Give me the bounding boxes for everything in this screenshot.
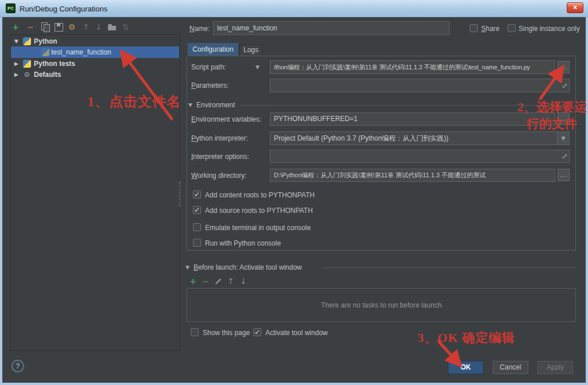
run-with-python-console-checkbox[interactable] <box>193 239 201 247</box>
tab-configuration[interactable]: Configuration <box>188 43 238 56</box>
name-label: Name: <box>189 25 210 33</box>
python-file-icon <box>41 48 49 56</box>
add-content-roots-checkbox[interactable]: ✓ <box>193 190 201 199</box>
script-path-caret-icon[interactable]: ▼ <box>256 64 260 70</box>
tree-collapsed-icon[interactable]: ▶ <box>14 61 18 67</box>
add-content-roots-label[interactable]: Add content roots to PYTHONPATH <box>205 191 315 199</box>
edit-task-icon[interactable] <box>213 276 223 286</box>
window-border-right <box>586 17 588 385</box>
edit-defaults-icon[interactable]: ⚙ <box>67 22 77 32</box>
share-checkbox[interactable] <box>470 24 478 32</box>
script-path-label: Script path: <box>191 63 226 71</box>
check-icon: ✓ <box>254 328 260 336</box>
window-border-bottom <box>0 383 588 385</box>
sort-configurations-icon[interactable]: ⇅ <box>121 22 131 32</box>
activate-tool-window-checkbox[interactable]: ✓ <box>253 328 261 336</box>
tree-item-label[interactable]: Python tests <box>34 60 75 68</box>
tree-item-label[interactable]: test_name_function <box>51 48 111 56</box>
tree-expanded-icon[interactable]: ▼ <box>14 38 18 44</box>
tree-item-label[interactable]: Defaults <box>34 71 61 79</box>
remove-configuration-icon[interactable]: − <box>25 22 36 32</box>
splitter-grip[interactable] <box>179 181 181 207</box>
parameters-input[interactable] <box>270 79 570 92</box>
before-launch-header-line <box>323 267 576 268</box>
check-icon: ✓ <box>194 190 200 199</box>
interpreter-options-input[interactable] <box>270 150 570 163</box>
new-folder-icon[interactable] <box>107 22 117 32</box>
apply-button[interactable]: Apply <box>537 361 573 374</box>
annotation-step3: 3、OK 确定编辑 <box>417 329 515 347</box>
add-source-roots-label[interactable]: Add source roots to PYTHONPATH <box>205 207 313 215</box>
before-launch-task-list: There are no tasks to run before launch <box>187 288 576 322</box>
activate-tool-window-label[interactable]: Activate tool window <box>265 329 328 337</box>
python-interpreter-label: Python interpreter: <box>191 134 248 142</box>
python-interpreter-select[interactable]: Project Default (Python 3.7 (Python编程：从入… <box>270 131 570 145</box>
expand-field-icon[interactable] <box>562 153 568 160</box>
configurations-tree-panel <box>10 34 180 351</box>
task-move-down-icon[interactable]: ↓ <box>238 276 249 286</box>
single-instance-label[interactable]: Single instance only <box>519 25 580 33</box>
check-icon: ✓ <box>194 206 200 214</box>
move-up-icon[interactable]: ↑ <box>81 22 91 32</box>
script-path-input[interactable]: /thon编程：从入门到实践\案例\第11章 测试代码\11.1.3 不能通过的… <box>270 60 555 74</box>
close-icon: × <box>573 3 577 11</box>
window-border-left <box>0 17 2 385</box>
tab-logs[interactable]: Logs <box>239 44 262 56</box>
show-this-page-checkbox[interactable] <box>191 328 199 336</box>
close-window-button[interactable]: × <box>567 2 583 13</box>
before-launch-header[interactable]: Before launch: Activate tool window <box>194 263 302 271</box>
python-interpreter-dropdown-button[interactable]: ▼ <box>557 132 569 145</box>
help-icon: ? <box>16 361 20 370</box>
environment-section-caret-icon[interactable]: ▼ <box>188 102 192 108</box>
python-icon <box>23 37 31 45</box>
tree-item-defaults[interactable]: ▶ ⚙ Defaults <box>10 69 179 80</box>
environment-section-header[interactable]: Environment <box>196 101 235 109</box>
name-input[interactable]: test_name_function <box>213 21 450 35</box>
working-directory-browse-button[interactable]: ... <box>558 169 570 181</box>
tree-item-python[interactable]: ▼ Python <box>10 36 179 47</box>
script-path-browse-button[interactable]: ... <box>558 61 570 73</box>
help-button[interactable]: ? <box>11 360 24 372</box>
tree-item-label[interactable]: Python <box>34 37 57 45</box>
remove-task-icon[interactable]: − <box>200 276 211 286</box>
emulate-terminal-label[interactable]: Emulate terminal in output console <box>205 224 311 232</box>
save-configuration-icon[interactable] <box>53 22 64 32</box>
tree-collapsed-icon[interactable]: ▶ <box>14 72 18 77</box>
show-this-page-label[interactable]: Show this page <box>203 329 250 337</box>
tree-item-python-tests[interactable]: ▶ Python tests <box>10 59 179 69</box>
run-with-python-console-label[interactable]: Run with Python console <box>205 239 281 247</box>
title-bar[interactable]: PC Run/Debug Configurations × <box>0 0 588 17</box>
add-task-icon[interactable]: + <box>188 276 198 286</box>
window-title: Run/Debug Configurations <box>20 5 107 13</box>
task-move-up-icon[interactable]: ↑ <box>226 276 236 286</box>
single-instance-checkbox[interactable] <box>508 24 516 32</box>
working-directory-label: Working directory: <box>191 172 246 180</box>
environment-variables-input[interactable]: PYTHONUNBUFFERED=1 <box>270 112 555 126</box>
copy-configuration-icon[interactable] <box>40 22 51 32</box>
interpreter-options-label: Interpreter options: <box>191 153 249 161</box>
working-directory-input[interactable]: D:\Python编程：从入门到实践\案例\第11章 测试代码\11.1.3 不… <box>270 169 555 182</box>
defaults-gear-icon: ⚙ <box>22 69 32 80</box>
add-source-roots-checkbox[interactable]: ✓ <box>193 206 201 214</box>
expand-field-icon[interactable] <box>562 83 568 89</box>
move-down-icon[interactable]: ↓ <box>94 22 104 32</box>
emulate-terminal-checkbox[interactable] <box>193 223 201 231</box>
run-debug-configurations-dialog: PC Run/Debug Configurations × + − ⚙ ↑ ↓ … <box>0 0 588 385</box>
parameters-label: Parameters: <box>191 81 229 90</box>
annotation-step2-line1: 2、选择要运 <box>517 99 587 116</box>
ok-button[interactable]: OK <box>448 361 483 374</box>
annotation-step1: 1、点击文件名 <box>87 92 181 111</box>
share-label[interactable]: Share <box>481 25 500 33</box>
annotation-step2-line2: 行的文件 <box>527 115 577 133</box>
environment-variables-label: Environment variables: <box>191 115 261 123</box>
before-launch-caret-icon[interactable]: ▼ <box>185 265 189 270</box>
pycharm-logo-icon: PC <box>6 3 16 13</box>
empty-task-list-text: There are no tasks to run before launch <box>321 301 442 309</box>
add-configuration-icon[interactable]: + <box>10 22 21 32</box>
tree-item-test-name-function[interactable]: test_name_function <box>11 46 179 58</box>
chevron-down-icon: ▼ <box>562 135 566 141</box>
cancel-button[interactable]: Cancel <box>493 361 528 374</box>
python-icon <box>23 60 31 68</box>
